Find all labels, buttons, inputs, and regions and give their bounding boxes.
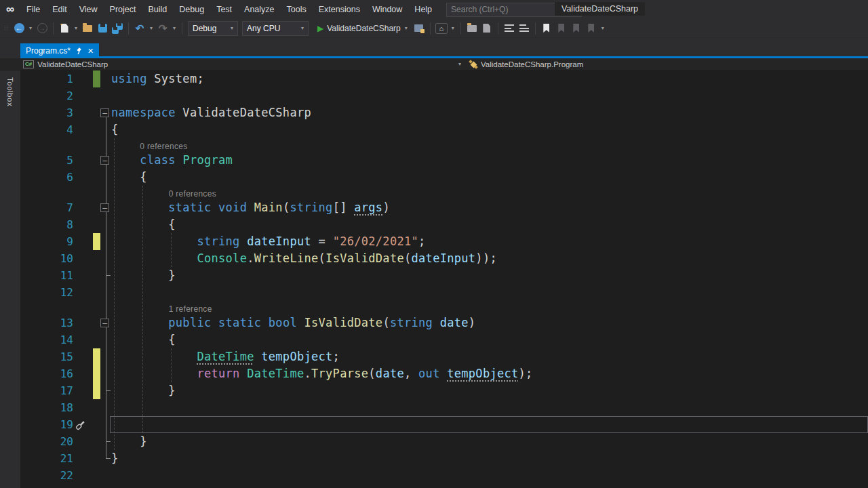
- code-line-5[interactable]: 5– class Program: [20, 152, 868, 169]
- menu-edit[interactable]: Edit: [46, 0, 73, 19]
- code-line-2[interactable]: 2: [20, 87, 868, 104]
- codelens-references-link[interactable]: 0 references: [111, 142, 188, 151]
- editor-gutter[interactable]: [73, 87, 111, 104]
- navigate-home-button[interactable]: ⌂: [435, 20, 448, 37]
- line-number[interactable]: 13: [20, 314, 73, 331]
- code-line-7[interactable]: 7– static void Main(string[] args): [20, 199, 868, 216]
- member-list-button[interactable]: [465, 20, 479, 37]
- code-line-18[interactable]: 18: [20, 399, 868, 416]
- line-number[interactable]: 11: [20, 267, 73, 284]
- code-text[interactable]: static void Main(string[] args): [111, 199, 868, 216]
- code-text[interactable]: return DateTime.TryParse(date, out tempO…: [111, 365, 868, 382]
- toggle-bookmark-button[interactable]: [540, 20, 553, 37]
- navigate-back-dropdown[interactable]: ▾: [27, 20, 34, 37]
- code-line-16[interactable]: 16 return DateTime.TryParse(date, out te…: [20, 365, 868, 382]
- codelens-references-link[interactable]: 1 reference: [111, 304, 212, 314]
- code-line-8[interactable]: 8 {: [20, 216, 868, 233]
- code-line-11[interactable]: 11 }: [20, 267, 868, 284]
- code-text[interactable]: {: [111, 331, 868, 348]
- code-text[interactable]: }: [111, 450, 868, 467]
- code-text[interactable]: string dateInput = "26/02/2021";: [111, 233, 868, 250]
- menu-project[interactable]: Project: [104, 0, 142, 19]
- toolbar-grip[interactable]: ⁞⁞: [4, 25, 9, 32]
- save-button[interactable]: [96, 20, 109, 37]
- menu-build[interactable]: Build: [142, 0, 173, 19]
- collapse-region-button[interactable]: –: [100, 108, 109, 117]
- editor-gutter[interactable]: [73, 70, 111, 87]
- new-file-button[interactable]: [58, 20, 71, 37]
- line-number[interactable]: 3: [20, 104, 73, 121]
- redo-button[interactable]: ↷: [156, 20, 170, 37]
- redo-dropdown[interactable]: ▾: [171, 20, 178, 37]
- code-line-12[interactable]: 12: [20, 284, 868, 301]
- editor-gutter[interactable]: [73, 467, 111, 484]
- decrease-indent-button[interactable]: [502, 20, 516, 37]
- open-file-button[interactable]: [81, 20, 94, 37]
- line-number[interactable]: 9: [20, 233, 73, 250]
- line-number[interactable]: 16: [20, 365, 73, 382]
- code-line-1[interactable]: 1using System;: [20, 70, 868, 87]
- code-text[interactable]: [111, 284, 868, 301]
- line-number[interactable]: 19: [20, 416, 73, 433]
- menu-view[interactable]: View: [73, 0, 104, 19]
- start-debugging-button[interactable]: ▶ ValidateDateCSharp ▾: [313, 24, 412, 33]
- previous-bookmark-button[interactable]: [555, 20, 568, 37]
- code-line-3[interactable]: 3–namespace ValidateDateCSharp: [20, 104, 868, 121]
- code-line-6[interactable]: 6 {: [20, 169, 868, 186]
- undo-dropdown[interactable]: ▾: [148, 20, 155, 37]
- chevron-down-icon[interactable]: ▾: [458, 61, 461, 67]
- line-number[interactable]: 6: [20, 169, 73, 186]
- code-text[interactable]: [111, 467, 868, 484]
- solution-platform-select[interactable]: Any CPU ▾: [242, 21, 309, 36]
- line-number[interactable]: 22: [20, 467, 73, 484]
- code-text[interactable]: [111, 399, 868, 416]
- pin-icon[interactable]: [76, 47, 83, 55]
- codelens-references-link[interactable]: 0 references: [111, 189, 216, 199]
- next-bookmark-button[interactable]: [570, 20, 583, 37]
- line-number[interactable]: 15: [20, 348, 73, 365]
- code-line-21[interactable]: 21}: [20, 450, 868, 467]
- close-icon[interactable]: ✕: [87, 47, 94, 56]
- save-all-button[interactable]: [111, 20, 124, 37]
- new-file-dropdown[interactable]: ▾: [73, 20, 79, 37]
- navigate-back-button[interactable]: ←: [12, 20, 26, 37]
- code-line-14[interactable]: 14 {: [20, 331, 868, 348]
- line-number[interactable]: 7: [20, 199, 73, 216]
- menu-window[interactable]: Window: [366, 0, 408, 19]
- line-number[interactable]: 1: [20, 70, 73, 87]
- code-line-4[interactable]: 4{: [20, 121, 868, 138]
- menu-file[interactable]: File: [20, 0, 46, 19]
- menu-debug[interactable]: Debug: [173, 0, 210, 19]
- code-line-15[interactable]: 15 DateTime tempObject;: [20, 348, 868, 365]
- code-line-20[interactable]: 20 }: [20, 433, 868, 450]
- line-number[interactable]: 20: [20, 433, 73, 450]
- code-text[interactable]: }: [111, 267, 868, 284]
- line-number[interactable]: 21: [20, 450, 73, 467]
- code-text[interactable]: using System;: [111, 70, 868, 87]
- line-number[interactable]: 17: [20, 382, 73, 399]
- line-number[interactable]: 10: [20, 250, 73, 267]
- quick-actions-screwdriver-icon[interactable]: [75, 419, 86, 430]
- line-number[interactable]: 14: [20, 331, 73, 348]
- code-line-22[interactable]: 22: [20, 467, 868, 484]
- line-number[interactable]: 4: [20, 121, 73, 138]
- code-line-9[interactable]: 9 string dateInput = "26/02/2021";: [20, 233, 868, 250]
- code-line-10[interactable]: 10 Console.WriteLine(IsValidDate(dateInp…: [20, 250, 868, 267]
- code-text[interactable]: }: [111, 382, 868, 399]
- attach-to-process-button[interactable]: [412, 20, 426, 37]
- code-text[interactable]: {: [111, 216, 868, 233]
- breadcrumb-type-container[interactable]: ValidateDateCSharp.Program: [469, 60, 583, 68]
- code-line-17[interactable]: 17 }: [20, 382, 868, 399]
- code-text[interactable]: {: [111, 169, 868, 186]
- collapse-region-button[interactable]: –: [100, 319, 109, 327]
- line-number[interactable]: 2: [20, 87, 73, 104]
- code-text[interactable]: Console.WriteLine(IsValidDate(dateInput)…: [111, 250, 868, 267]
- toolbox-tab[interactable]: Toolbox: [6, 72, 14, 119]
- toolbar-overflow-dropdown[interactable]: ▾: [599, 20, 606, 37]
- menu-tools[interactable]: Tools: [281, 0, 313, 19]
- line-number[interactable]: 5: [20, 152, 73, 169]
- code-line-13[interactable]: 13– public static bool IsValidDate(strin…: [20, 314, 868, 331]
- clear-bookmarks-button[interactable]: [585, 20, 598, 37]
- line-number[interactable]: 12: [20, 284, 73, 301]
- breadcrumb-project[interactable]: ValidateDateCSharp: [37, 60, 108, 68]
